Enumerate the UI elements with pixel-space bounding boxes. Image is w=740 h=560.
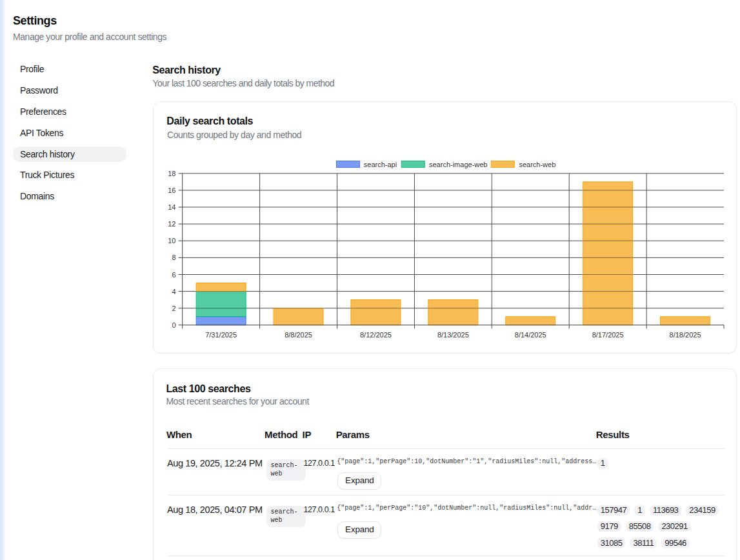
svg-text:16: 16	[168, 186, 175, 194]
svg-text:8/8/2025: 8/8/2025	[285, 331, 312, 339]
svg-text:8/13/2025: 8/13/2025	[437, 331, 469, 339]
svg-text:18: 18	[168, 170, 175, 177]
svg-text:0: 0	[172, 321, 175, 329]
svg-text:8/17/2025: 8/17/2025	[592, 331, 624, 339]
svg-text:search-web: search-web	[519, 161, 555, 168]
svg-text:8/12/2025: 8/12/2025	[360, 331, 392, 339]
svg-text:6: 6	[172, 271, 175, 279]
svg-text:4: 4	[172, 288, 175, 295]
svg-text:8/14/2025: 8/14/2025	[515, 331, 546, 339]
svg-text:8/18/2025: 8/18/2025	[670, 331, 701, 339]
svg-text:7/31/2025: 7/31/2025	[205, 331, 237, 339]
svg-text:8: 8	[172, 254, 175, 261]
svg-text:2: 2	[172, 305, 175, 312]
svg-text:14: 14	[168, 203, 175, 211]
svg-text:12: 12	[168, 220, 175, 228]
svg-text:search-image-web: search-image-web	[429, 161, 487, 168]
svg-text:10: 10	[168, 237, 175, 245]
svg-text:search-api: search-api	[364, 161, 397, 168]
